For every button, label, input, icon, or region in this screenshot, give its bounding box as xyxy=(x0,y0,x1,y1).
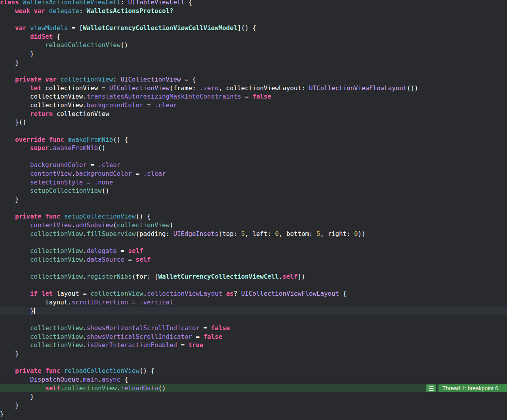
code-token xyxy=(0,230,30,238)
code-token: collectionView. xyxy=(0,93,87,100)
code-token: } xyxy=(0,196,19,203)
code-token: .clear xyxy=(143,170,166,177)
code-line[interactable]: } xyxy=(0,410,507,418)
code-line[interactable]: } xyxy=(0,195,507,204)
code-line[interactable] xyxy=(0,204,507,213)
code-token xyxy=(0,161,30,169)
code-token: .clear xyxy=(98,161,120,169)
code-token: . xyxy=(83,273,87,280)
code-line[interactable]: collectionView.dataSource = self xyxy=(0,255,507,264)
code-line[interactable]: super.awakeFromNib() xyxy=(0,144,507,152)
code-token: . xyxy=(72,221,76,229)
code-line[interactable]: } xyxy=(0,49,507,58)
code-token: isUserInteractionEnabled xyxy=(87,341,177,349)
code-token xyxy=(0,213,15,220)
code-token: collectionView xyxy=(57,110,109,118)
code-line[interactable]: backgroundColor = .clear xyxy=(0,161,507,169)
code-token: (frame: xyxy=(170,84,200,92)
code-token: contentView xyxy=(30,221,72,229)
code-line[interactable]: selectionStyle = .none xyxy=(0,178,507,187)
code-line[interactable]: setupCollectionView() xyxy=(0,186,507,195)
code-line[interactable]: collectionView.delegate = self xyxy=(0,247,507,255)
code-token: addSubview xyxy=(75,221,113,229)
code-token: collectionView xyxy=(30,230,83,238)
code-line[interactable]: } xyxy=(0,350,507,358)
code-line[interactable] xyxy=(0,315,507,324)
code-token xyxy=(0,136,15,143)
code-line[interactable]: contentView.addSubview(collectionView) xyxy=(0,221,507,230)
code-line[interactable]: override func awakeFromNib() { xyxy=(0,135,507,144)
code-line[interactable]: collectionView.registerNibs(for: [Wallet… xyxy=(0,272,507,281)
code-token: reloadCollectionView xyxy=(45,41,120,49)
code-token: ? xyxy=(234,290,241,297)
code-line[interactable]: contentView.backgroundColor = .clear xyxy=(0,169,507,178)
code-token: () xyxy=(158,384,166,392)
code-line[interactable]: if let layout = collectionView.collectio… xyxy=(0,289,507,298)
hamburger-menu-icon xyxy=(429,386,434,391)
code-line[interactable]: return collectionView xyxy=(0,110,507,118)
code-token: = xyxy=(200,324,211,332)
code-line[interactable]: collectionView.fillSuperview(padding: UI… xyxy=(0,230,507,238)
code-line[interactable]: var viewModels = [WalletCurrencyCollecti… xyxy=(0,24,507,32)
code-token: UIEdgeInsets xyxy=(173,230,219,238)
code-line[interactable]: private var collectionView: UICollection… xyxy=(0,75,507,84)
code-line[interactable]: }() xyxy=(0,118,507,127)
code-token: collectionView xyxy=(64,384,117,392)
code-token: . xyxy=(83,341,87,349)
code-token: private func xyxy=(15,213,64,220)
code-token: setupCollectionView xyxy=(64,213,136,220)
code-token: WalletCurrencyCollectionViewCellViewMode… xyxy=(83,24,237,32)
code-line[interactable]: DispatchQueue.main.async { xyxy=(0,375,507,384)
code-token: self xyxy=(45,384,60,392)
code-line[interactable] xyxy=(0,264,507,272)
code-token xyxy=(0,376,30,383)
text-cursor xyxy=(34,308,35,314)
code-line[interactable]: } xyxy=(0,307,507,315)
code-line[interactable]: collectionView.isUserInteractionEnabled … xyxy=(0,341,507,350)
code-line[interactable]: private func reloadCollectionView() { xyxy=(0,367,507,375)
code-token: ( xyxy=(113,221,117,229)
code-line[interactable] xyxy=(0,67,507,75)
code-line[interactable] xyxy=(0,358,507,367)
code-line[interactable] xyxy=(0,281,507,290)
code-token: true xyxy=(189,341,204,349)
code-token xyxy=(0,333,30,340)
breakpoint-annotation-badge[interactable] xyxy=(426,384,436,392)
code-token: var xyxy=(15,24,30,32)
code-line[interactable]: collectionView.showsHorizontalScrollIndi… xyxy=(0,324,507,333)
code-line[interactable] xyxy=(0,152,507,161)
code-area[interactable]: class WalletsActionTableViewCell: UITabl… xyxy=(0,0,507,418)
code-token: = { xyxy=(181,76,196,83)
code-token: () { xyxy=(139,367,154,374)
code-line[interactable]: collectionView.showsVerticalScrollIndica… xyxy=(0,333,507,341)
breakpoint-banner[interactable]: Thread 1: breakpoint 6. xyxy=(438,384,507,392)
code-line[interactable] xyxy=(0,127,507,135)
code-token: .zero xyxy=(200,84,219,92)
code-line[interactable]: collectionView.translatesAutoresizingMas… xyxy=(0,92,507,101)
code-token: private func xyxy=(15,367,64,374)
code-line[interactable]: private func setupCollectionView() { xyxy=(0,212,507,221)
code-line[interactable]: didSet { xyxy=(0,32,507,41)
code-token: async xyxy=(102,376,121,383)
code-line[interactable] xyxy=(0,15,507,24)
code-token: ) xyxy=(170,221,173,229)
code-token: ]() { xyxy=(237,24,256,32)
code-token: 5 xyxy=(241,230,245,238)
code-token: collectionView xyxy=(90,290,143,297)
code-editor[interactable]: class WalletsActionTableViewCell: UITabl… xyxy=(0,0,507,420)
code-token: override func xyxy=(15,136,68,143)
code-line[interactable]: weak var delegate: WalletsActionsProtoco… xyxy=(0,7,507,15)
code-line[interactable]: layout.scrollDirection = .vertical xyxy=(0,298,507,307)
code-token: . xyxy=(83,247,87,255)
code-line[interactable]: collectionView.backgroundColor = .clear xyxy=(0,101,507,110)
code-line[interactable]: } xyxy=(0,401,507,410)
code-line[interactable]: let collectionView = UICollectionView(fr… xyxy=(0,84,507,93)
code-line[interactable] xyxy=(0,238,507,247)
code-line[interactable]: class WalletsActionTableViewCell: UITabl… xyxy=(0,0,507,7)
code-token: collectionView xyxy=(60,76,113,83)
code-token: reloadCollectionView xyxy=(64,367,139,374)
code-line[interactable]: reloadCollectionView() xyxy=(0,41,507,49)
code-line[interactable]: } xyxy=(0,58,507,67)
code-line[interactable]: } xyxy=(0,392,507,401)
code-token: as xyxy=(226,290,234,297)
